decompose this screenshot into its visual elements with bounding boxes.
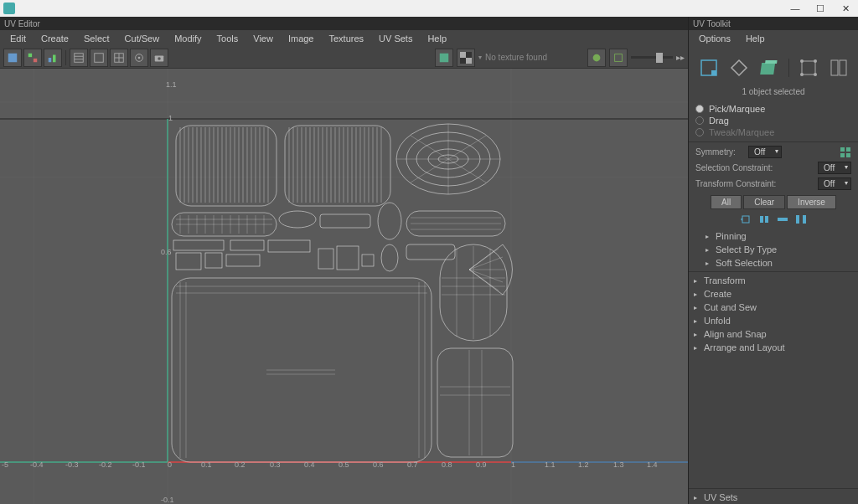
menu-create[interactable]: Create	[34, 32, 75, 45]
uv-grid-svg	[0, 69, 688, 504]
section-cut-sew[interactable]: ▸Cut and Sew	[689, 301, 858, 314]
arrow-right-fill-icon: ▸	[706, 233, 712, 240]
section-create[interactable]: ▸Create	[689, 287, 858, 301]
selection-mode-radios: Pick/Marquee Drag Tweak/Marquee	[689, 101, 858, 140]
section-arrange-layout[interactable]: ▸Arrange and Layout	[689, 341, 858, 354]
lattice-tool-icon[interactable]	[798, 57, 819, 79]
section-align-snap[interactable]: ▸Align and Snap	[689, 327, 858, 341]
symmetry-grid-icon[interactable]	[840, 147, 851, 158]
section-uv-sets[interactable]: ▸UV Sets	[689, 491, 858, 504]
svg-rect-1	[28, 53, 32, 56]
section-soft-selection[interactable]: ▸Soft Selection	[689, 256, 858, 270]
trans-constraint-dropdown[interactable]: Off	[818, 177, 851, 190]
tool-grid-icon[interactable]	[110, 49, 128, 67]
grow-sel-icon[interactable]	[758, 214, 770, 224]
tool-camera-icon[interactable]	[150, 49, 168, 67]
symmetrize-tool-icon[interactable]	[828, 57, 850, 79]
tool-checker-icon[interactable]	[457, 49, 475, 67]
maximize-button[interactable]: ☐	[808, 0, 833, 17]
shrink-sel-icon[interactable]	[740, 214, 752, 224]
arrow-right-icon: ▸	[694, 344, 700, 352]
dim-slider[interactable]	[631, 56, 673, 59]
axis-x-0p5: 0.5	[339, 460, 349, 469]
axis-x-0p7: 0.7	[407, 460, 418, 469]
trans-constraint-label: Transform Constraint:	[695, 179, 813, 188]
section-create-label: Create	[704, 289, 731, 299]
menu-help[interactable]: Help	[421, 32, 453, 45]
tool-border-icon[interactable]	[90, 49, 108, 67]
minimize-button[interactable]: —	[783, 0, 808, 17]
uv-shell-mode-icon[interactable]	[698, 57, 720, 79]
uv-viewport[interactable]: 1.1 1 0.6 -0.1 -5 -0.4 -0.3 -0.2 -0.1 0 …	[0, 69, 688, 504]
tool-dim-icon[interactable]	[130, 49, 148, 67]
toolkit-menu-options[interactable]: Options	[692, 32, 737, 45]
svg-rect-50	[173, 240, 224, 250]
symmetry-dropdown[interactable]: Off	[748, 146, 782, 158]
svg-rect-100	[765, 216, 768, 223]
radio-drag[interactable]: Drag	[695, 115, 851, 126]
svg-rect-47	[320, 214, 370, 228]
toolbar-right: ▾ No texture found ▸▸	[435, 49, 685, 67]
menu-view[interactable]: View	[246, 32, 280, 45]
svg-rect-3	[49, 58, 52, 62]
radio-pick-marquee[interactable]: Pick/Marquee	[695, 103, 851, 115]
selection-buttons: All Clear Inverse	[689, 192, 858, 213]
section-unfold[interactable]: ▸Unfold	[689, 314, 858, 327]
clear-button[interactable]: Clear	[743, 195, 785, 209]
svg-rect-52	[268, 240, 310, 252]
texture-status-text: No texture found	[485, 53, 547, 62]
menu-tools[interactable]: Tools	[210, 32, 246, 45]
menu-edit[interactable]: Edit	[3, 32, 33, 45]
uv-toolkit-title: UV Toolkit	[689, 17, 858, 30]
section-transform[interactable]: ▸Transform	[689, 274, 858, 287]
menu-image[interactable]: Image	[282, 32, 321, 45]
face-mode-icon[interactable]	[758, 57, 780, 79]
tool-texture-icon[interactable]	[435, 49, 453, 67]
svg-rect-54	[205, 253, 222, 268]
tool-save-icon[interactable]	[3, 49, 22, 67]
sel-constraint-dropdown[interactable]: Off	[818, 162, 851, 174]
svg-rect-94	[840, 147, 845, 152]
tool-wire-icon[interactable]	[609, 49, 628, 67]
section-unfold-label: Unfold	[704, 316, 731, 326]
axis-y-0p6: 0.6	[161, 248, 172, 256]
inverse-button[interactable]: Inverse	[787, 195, 836, 209]
grow-along-ring-icon[interactable]	[795, 214, 807, 224]
toolbar-separator	[65, 50, 66, 65]
toolkit-menu-help[interactable]: Help	[739, 32, 772, 45]
tool-snapshot-icon[interactable]	[23, 49, 42, 67]
all-button[interactable]: All	[711, 195, 742, 209]
section-pinning[interactable]: ▸Pinning	[689, 229, 858, 243]
svg-rect-2	[34, 58, 37, 61]
section-select-by-type[interactable]: ▸Select By Type	[689, 243, 858, 256]
arrow-right-fill-icon: ▸	[706, 246, 712, 254]
axis-x-1p2: 1.2	[578, 460, 589, 469]
svg-rect-98	[742, 216, 749, 223]
vertex-mode-icon[interactable]	[728, 57, 750, 79]
tool-shade-icon[interactable]	[587, 49, 606, 67]
tool-shell-icon[interactable]	[70, 49, 88, 67]
svg-rect-83	[711, 70, 716, 75]
menu-modify[interactable]: Modify	[168, 32, 208, 45]
svg-rect-60	[406, 244, 455, 260]
dropdown-arrow-icon[interactable]: ▾	[478, 54, 482, 61]
svg-point-91	[814, 73, 817, 76]
svg-rect-101	[778, 218, 788, 221]
channel-toggle-icon[interactable]: ▸▸	[676, 53, 685, 62]
tool-uvdist-icon[interactable]	[44, 49, 62, 67]
menu-uvsets[interactable]: UV Sets	[372, 32, 419, 45]
axis-x-0p8: 0.8	[442, 460, 452, 469]
grow-along-loop-icon[interactable]	[777, 214, 788, 224]
radio-label-drag: Drag	[709, 116, 729, 126]
svg-rect-8	[95, 53, 104, 62]
menu-textures[interactable]: Textures	[322, 32, 370, 45]
section-transform-label: Transform	[704, 275, 746, 285]
svg-rect-58	[362, 255, 374, 266]
close-button[interactable]: ✕	[833, 0, 858, 17]
menu-cutsew[interactable]: Cut/Sew	[118, 32, 167, 45]
axis-y-1p1: 1.1	[166, 80, 177, 89]
radio-tweak-marquee[interactable]: Tweak/Marquee	[695, 126, 851, 138]
arrow-right-icon: ▸	[694, 494, 700, 501]
menu-select[interactable]: Select	[77, 32, 116, 45]
section-align-label: Align and Snap	[704, 329, 767, 339]
